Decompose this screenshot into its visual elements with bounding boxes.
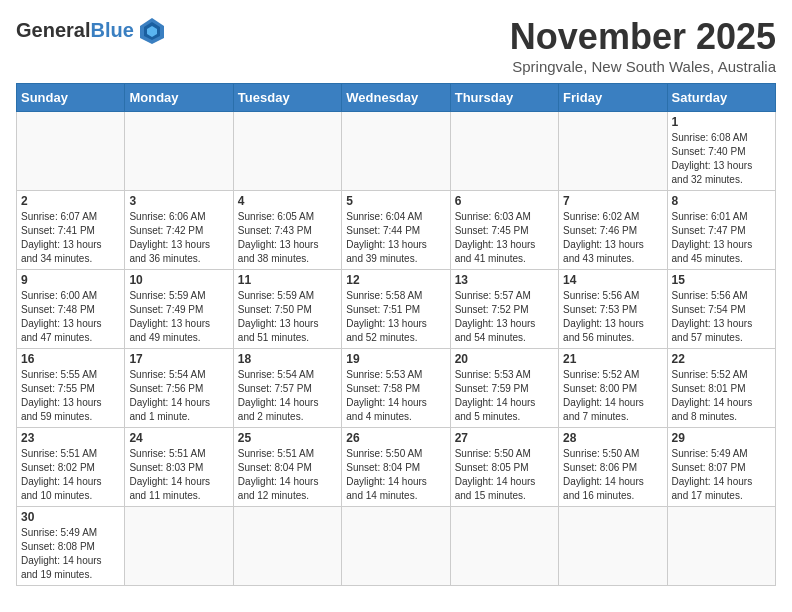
day-info: Sunrise: 5:51 AM Sunset: 8:02 PM Dayligh… bbox=[21, 447, 120, 503]
day-info: Sunrise: 5:56 AM Sunset: 7:53 PM Dayligh… bbox=[563, 289, 662, 345]
day-number: 16 bbox=[21, 352, 120, 366]
day-info: Sunrise: 5:59 AM Sunset: 7:49 PM Dayligh… bbox=[129, 289, 228, 345]
calendar-cell: 14Sunrise: 5:56 AM Sunset: 7:53 PM Dayli… bbox=[559, 270, 667, 349]
day-number: 4 bbox=[238, 194, 337, 208]
day-number: 20 bbox=[455, 352, 554, 366]
day-info: Sunrise: 5:57 AM Sunset: 7:52 PM Dayligh… bbox=[455, 289, 554, 345]
day-info: Sunrise: 6:04 AM Sunset: 7:44 PM Dayligh… bbox=[346, 210, 445, 266]
day-number: 2 bbox=[21, 194, 120, 208]
day-number: 13 bbox=[455, 273, 554, 287]
weekday-header-wednesday: Wednesday bbox=[342, 84, 450, 112]
day-number: 12 bbox=[346, 273, 445, 287]
calendar-cell: 18Sunrise: 5:54 AM Sunset: 7:57 PM Dayli… bbox=[233, 349, 341, 428]
calendar-cell: 23Sunrise: 5:51 AM Sunset: 8:02 PM Dayli… bbox=[17, 428, 125, 507]
calendar-cell: 8Sunrise: 6:01 AM Sunset: 7:47 PM Daylig… bbox=[667, 191, 775, 270]
day-number: 14 bbox=[563, 273, 662, 287]
day-info: Sunrise: 5:52 AM Sunset: 8:01 PM Dayligh… bbox=[672, 368, 771, 424]
day-info: Sunrise: 5:56 AM Sunset: 7:54 PM Dayligh… bbox=[672, 289, 771, 345]
calendar-cell: 19Sunrise: 5:53 AM Sunset: 7:58 PM Dayli… bbox=[342, 349, 450, 428]
calendar-cell: 11Sunrise: 5:59 AM Sunset: 7:50 PM Dayli… bbox=[233, 270, 341, 349]
logo-text: GeneralBlue bbox=[16, 19, 134, 42]
month-title: November 2025 bbox=[510, 16, 776, 58]
calendar-cell: 25Sunrise: 5:51 AM Sunset: 8:04 PM Dayli… bbox=[233, 428, 341, 507]
week-row-1: 1Sunrise: 6:08 AM Sunset: 7:40 PM Daylig… bbox=[17, 112, 776, 191]
calendar-cell bbox=[342, 112, 450, 191]
calendar-cell: 1Sunrise: 6:08 AM Sunset: 7:40 PM Daylig… bbox=[667, 112, 775, 191]
day-info: Sunrise: 5:54 AM Sunset: 7:56 PM Dayligh… bbox=[129, 368, 228, 424]
calendar-cell bbox=[233, 507, 341, 586]
weekday-header-saturday: Saturday bbox=[667, 84, 775, 112]
day-number: 18 bbox=[238, 352, 337, 366]
day-info: Sunrise: 6:08 AM Sunset: 7:40 PM Dayligh… bbox=[672, 131, 771, 187]
day-info: Sunrise: 6:00 AM Sunset: 7:48 PM Dayligh… bbox=[21, 289, 120, 345]
day-info: Sunrise: 6:07 AM Sunset: 7:41 PM Dayligh… bbox=[21, 210, 120, 266]
day-info: Sunrise: 5:49 AM Sunset: 8:07 PM Dayligh… bbox=[672, 447, 771, 503]
day-info: Sunrise: 5:55 AM Sunset: 7:55 PM Dayligh… bbox=[21, 368, 120, 424]
calendar-cell: 20Sunrise: 5:53 AM Sunset: 7:59 PM Dayli… bbox=[450, 349, 558, 428]
week-row-6: 30Sunrise: 5:49 AM Sunset: 8:08 PM Dayli… bbox=[17, 507, 776, 586]
calendar-cell bbox=[233, 112, 341, 191]
subtitle: Springvale, New South Wales, Australia bbox=[510, 58, 776, 75]
calendar-cell: 26Sunrise: 5:50 AM Sunset: 8:04 PM Dayli… bbox=[342, 428, 450, 507]
calendar-cell: 12Sunrise: 5:58 AM Sunset: 7:51 PM Dayli… bbox=[342, 270, 450, 349]
day-info: Sunrise: 6:02 AM Sunset: 7:46 PM Dayligh… bbox=[563, 210, 662, 266]
calendar-cell: 17Sunrise: 5:54 AM Sunset: 7:56 PM Dayli… bbox=[125, 349, 233, 428]
day-number: 15 bbox=[672, 273, 771, 287]
day-info: Sunrise: 5:59 AM Sunset: 7:50 PM Dayligh… bbox=[238, 289, 337, 345]
calendar-cell bbox=[17, 112, 125, 191]
calendar-cell bbox=[450, 507, 558, 586]
logo: GeneralBlue bbox=[16, 16, 166, 44]
day-info: Sunrise: 6:05 AM Sunset: 7:43 PM Dayligh… bbox=[238, 210, 337, 266]
weekday-header-friday: Friday bbox=[559, 84, 667, 112]
logo-icon bbox=[138, 16, 166, 44]
calendar-cell bbox=[125, 112, 233, 191]
day-info: Sunrise: 5:58 AM Sunset: 7:51 PM Dayligh… bbox=[346, 289, 445, 345]
calendar-cell: 24Sunrise: 5:51 AM Sunset: 8:03 PM Dayli… bbox=[125, 428, 233, 507]
day-number: 8 bbox=[672, 194, 771, 208]
week-row-3: 9Sunrise: 6:00 AM Sunset: 7:48 PM Daylig… bbox=[17, 270, 776, 349]
day-info: Sunrise: 5:54 AM Sunset: 7:57 PM Dayligh… bbox=[238, 368, 337, 424]
calendar-cell bbox=[559, 507, 667, 586]
calendar-cell: 7Sunrise: 6:02 AM Sunset: 7:46 PM Daylig… bbox=[559, 191, 667, 270]
day-info: Sunrise: 5:52 AM Sunset: 8:00 PM Dayligh… bbox=[563, 368, 662, 424]
day-info: Sunrise: 5:51 AM Sunset: 8:04 PM Dayligh… bbox=[238, 447, 337, 503]
day-number: 29 bbox=[672, 431, 771, 445]
day-info: Sunrise: 5:50 AM Sunset: 8:04 PM Dayligh… bbox=[346, 447, 445, 503]
weekday-header-thursday: Thursday bbox=[450, 84, 558, 112]
day-number: 19 bbox=[346, 352, 445, 366]
day-number: 6 bbox=[455, 194, 554, 208]
day-info: Sunrise: 6:03 AM Sunset: 7:45 PM Dayligh… bbox=[455, 210, 554, 266]
week-row-2: 2Sunrise: 6:07 AM Sunset: 7:41 PM Daylig… bbox=[17, 191, 776, 270]
weekday-header-tuesday: Tuesday bbox=[233, 84, 341, 112]
calendar-cell bbox=[667, 507, 775, 586]
title-area: November 2025 Springvale, New South Wale… bbox=[510, 16, 776, 75]
calendar-cell: 3Sunrise: 6:06 AM Sunset: 7:42 PM Daylig… bbox=[125, 191, 233, 270]
calendar-cell: 29Sunrise: 5:49 AM Sunset: 8:07 PM Dayli… bbox=[667, 428, 775, 507]
day-info: Sunrise: 5:53 AM Sunset: 7:58 PM Dayligh… bbox=[346, 368, 445, 424]
calendar-cell: 13Sunrise: 5:57 AM Sunset: 7:52 PM Dayli… bbox=[450, 270, 558, 349]
calendar-cell: 22Sunrise: 5:52 AM Sunset: 8:01 PM Dayli… bbox=[667, 349, 775, 428]
day-info: Sunrise: 5:53 AM Sunset: 7:59 PM Dayligh… bbox=[455, 368, 554, 424]
day-number: 30 bbox=[21, 510, 120, 524]
calendar-cell bbox=[125, 507, 233, 586]
day-number: 24 bbox=[129, 431, 228, 445]
calendar-cell: 6Sunrise: 6:03 AM Sunset: 7:45 PM Daylig… bbox=[450, 191, 558, 270]
day-number: 10 bbox=[129, 273, 228, 287]
calendar-cell: 16Sunrise: 5:55 AM Sunset: 7:55 PM Dayli… bbox=[17, 349, 125, 428]
calendar-cell: 2Sunrise: 6:07 AM Sunset: 7:41 PM Daylig… bbox=[17, 191, 125, 270]
calendar-cell: 27Sunrise: 5:50 AM Sunset: 8:05 PM Dayli… bbox=[450, 428, 558, 507]
day-info: Sunrise: 5:51 AM Sunset: 8:03 PM Dayligh… bbox=[129, 447, 228, 503]
day-number: 22 bbox=[672, 352, 771, 366]
day-number: 3 bbox=[129, 194, 228, 208]
day-number: 11 bbox=[238, 273, 337, 287]
calendar-cell: 9Sunrise: 6:00 AM Sunset: 7:48 PM Daylig… bbox=[17, 270, 125, 349]
calendar-cell: 28Sunrise: 5:50 AM Sunset: 8:06 PM Dayli… bbox=[559, 428, 667, 507]
day-number: 26 bbox=[346, 431, 445, 445]
weekday-header-monday: Monday bbox=[125, 84, 233, 112]
day-number: 27 bbox=[455, 431, 554, 445]
week-row-4: 16Sunrise: 5:55 AM Sunset: 7:55 PM Dayli… bbox=[17, 349, 776, 428]
calendar-cell: 5Sunrise: 6:04 AM Sunset: 7:44 PM Daylig… bbox=[342, 191, 450, 270]
day-info: Sunrise: 5:50 AM Sunset: 8:05 PM Dayligh… bbox=[455, 447, 554, 503]
day-info: Sunrise: 5:49 AM Sunset: 8:08 PM Dayligh… bbox=[21, 526, 120, 582]
day-info: Sunrise: 5:50 AM Sunset: 8:06 PM Dayligh… bbox=[563, 447, 662, 503]
